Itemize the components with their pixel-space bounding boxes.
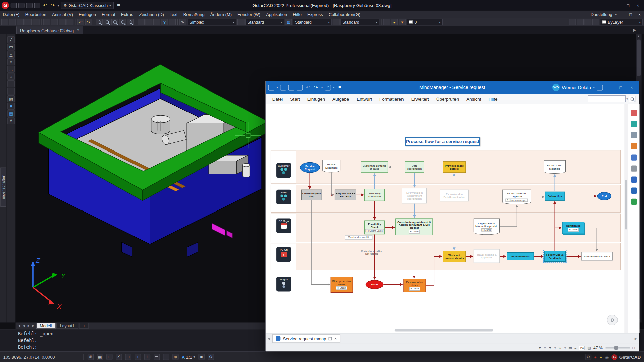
scrollbar-thumb[interactable] xyxy=(625,180,627,230)
flow-node-request-po[interactable]: Request via PS P.O. Box xyxy=(335,190,356,200)
menu-bemassung[interactable]: Bemaßung xyxy=(180,11,207,18)
annotation-scale-control[interactable]: A 1:1 ▾ xyxy=(182,354,195,359)
otrack-toggle-icon[interactable]: + xyxy=(135,354,141,360)
flow-node-service-document[interactable]: Service-Document xyxy=(322,160,340,172)
layer-combo[interactable]: 0 ▾ xyxy=(407,19,443,25)
zoom-window-icon[interactable] xyxy=(119,19,126,25)
flow-node-provides-details[interactable]: Provides more details xyxy=(443,161,466,173)
flow-node-travel[interactable]: Travel booking & Approvals xyxy=(474,249,500,263)
spline-tool-icon[interactable]: ~ xyxy=(7,80,15,87)
ellipse-tool-icon[interactable]: ◌ xyxy=(7,73,15,80)
multileader-style-combo[interactable]: Standard ▾ xyxy=(340,19,379,25)
new-icon[interactable] xyxy=(1,19,8,25)
color-combo[interactable]: ByLayer ▾ xyxy=(600,19,643,25)
chevron-down-icon[interactable]: ▾ xyxy=(276,85,278,89)
undo-icon[interactable]: ↶ xyxy=(305,85,311,90)
filter-icon[interactable]: ▼ xyxy=(538,346,542,350)
tab-scroll-right-icon[interactable]: ▶ xyxy=(633,28,636,32)
outline-view-icon[interactable]: ≡ xyxy=(574,346,576,350)
workspace-selector[interactable]: ⚙ GstarCAD Klassisch ▾ xyxy=(61,2,114,9)
last-layout-icon[interactable]: ▶ xyxy=(31,324,35,327)
rail-marker-icon[interactable] xyxy=(631,110,637,116)
menu-extras[interactable]: Extras xyxy=(118,11,136,18)
print-icon[interactable] xyxy=(34,3,40,8)
rail-links-icon[interactable] xyxy=(631,143,637,149)
zoom-slider-knob[interactable] xyxy=(614,346,618,350)
rail-excel-icon[interactable] xyxy=(631,199,637,205)
table-style-icon[interactable]: ▦ xyxy=(285,19,292,25)
flow-node-date-coordination[interactable]: Date coordination xyxy=(405,161,424,173)
help-icon[interactable]: ? xyxy=(325,85,331,90)
maximize-button[interactable]: □ xyxy=(616,83,625,92)
light-bulb-icon[interactable]: ● xyxy=(600,354,602,359)
dimension-style-combo[interactable]: Standard ▾ xyxy=(245,19,284,25)
close-tab-icon[interactable]: × xyxy=(77,28,79,32)
circle-tool-icon[interactable]: ○ xyxy=(7,58,15,65)
flow-node-coordinate-appointment[interactable]: Coordinate appointment & Assign consulta… xyxy=(395,218,433,235)
pan-icon[interactable] xyxy=(96,19,103,25)
layer-stack-icon[interactable] xyxy=(383,19,390,25)
rail-person-icon[interactable] xyxy=(631,132,637,138)
close-tab-icon[interactable]: × xyxy=(334,336,337,341)
save-icon[interactable] xyxy=(288,85,294,90)
flow-node-implementation[interactable]: Implementation xyxy=(507,252,534,260)
filter-remove-icon[interactable]: ▼ xyxy=(548,346,552,350)
workspace-switch-icon[interactable]: ⚙ xyxy=(208,354,214,360)
layer-tools-icon[interactable] xyxy=(569,19,576,25)
layer-states-icon[interactable] xyxy=(145,19,152,25)
open-icon[interactable] xyxy=(9,19,16,25)
tab-list-icon[interactable]: ≡ xyxy=(638,27,641,33)
chevron-down-icon[interactable]: ▾ xyxy=(544,346,546,350)
next-layout-icon[interactable]: ▶ xyxy=(26,324,30,327)
copy-icon[interactable] xyxy=(51,19,58,25)
search-icon[interactable] xyxy=(629,96,636,102)
flow-node-customize[interactable]: Customize contents or dates xyxy=(361,161,388,173)
flow-node-ev-appointment[interactable]: Ev involved in Appointment coordination xyxy=(402,188,427,204)
menu-datei[interactable]: Datei (F) xyxy=(0,11,22,18)
flow-node-documentation[interactable]: Documentation in SFDC xyxy=(581,252,613,261)
mindmanager-titlebar[interactable]: ▾ ↶ ↷ ▾ ? ▾ ≡ MindManager - Service requ… xyxy=(266,81,639,94)
layer-freeze-icon[interactable] xyxy=(584,19,591,25)
chevron-down-icon[interactable]: ▾ xyxy=(626,97,628,101)
menu-ansicht[interactable]: Ansicht (V) xyxy=(49,11,76,18)
zoom-level[interactable]: 47 % xyxy=(593,345,603,350)
plot-icon[interactable] xyxy=(24,19,32,25)
locate-icon[interactable]: ◉ xyxy=(605,354,609,359)
minimize-button[interactable]: ─ xyxy=(605,83,614,92)
zoom-slider[interactable] xyxy=(605,347,630,348)
osnap-toggle-icon[interactable]: □ xyxy=(125,354,131,360)
match-properties-icon[interactable] xyxy=(66,19,73,25)
rail-grid-icon[interactable] xyxy=(631,154,637,160)
help-icon[interactable]: ? xyxy=(161,19,168,25)
rail-numbers-icon[interactable] xyxy=(631,188,637,194)
document-tab[interactable]: Raspberry Gehäuse 03.dwg × xyxy=(16,27,83,34)
table-style-combo[interactable]: Standard ▾ xyxy=(293,19,332,25)
flow-node-service-request[interactable]: Service Request xyxy=(300,162,320,173)
flow-node-end[interactable]: End xyxy=(597,192,611,200)
redo-icon[interactable]: ↷ xyxy=(313,85,319,90)
arc-tool-icon[interactable]: ◡ xyxy=(7,66,15,73)
line-tool-icon[interactable]: ╱ xyxy=(7,36,15,43)
grid-toggle-icon[interactable]: ▦ xyxy=(97,354,103,360)
zoom-out-icon[interactable] xyxy=(111,19,118,25)
close-button[interactable]: × xyxy=(633,2,642,9)
flow-node-ev-detail[interactable]: Ev involved in Detailkoordination xyxy=(440,190,469,202)
quick-access-menu-icon[interactable]: ≡ xyxy=(337,85,343,90)
dyn-toggle-icon[interactable]: ⊥ xyxy=(144,354,150,360)
scrollbar-thumb[interactable] xyxy=(637,40,641,76)
add-layout-tab[interactable]: + xyxy=(79,323,89,329)
layout1-tab[interactable]: Layout1 xyxy=(56,323,78,329)
mm-menu-ansicht[interactable]: Ansicht xyxy=(463,95,484,102)
menu-format[interactable]: Format xyxy=(99,11,118,18)
new-document-icon[interactable] xyxy=(268,85,274,90)
mdi-close-button[interactable]: × xyxy=(635,11,644,18)
mm-menu-hilfe[interactable]: Hilfe xyxy=(485,95,501,102)
undo-icon[interactable]: ↶ xyxy=(77,19,84,25)
mm-menu-formatieren[interactable]: Formatieren xyxy=(376,95,407,102)
window-mode-icon[interactable] xyxy=(597,85,603,90)
frame-icon[interactable]: ▭ xyxy=(568,346,572,350)
select-icon[interactable]: ⊕ xyxy=(558,346,561,350)
open-file-icon[interactable] xyxy=(18,3,24,8)
mm-menu-einfuegen[interactable]: Einfügen xyxy=(304,95,328,102)
map-document-tab[interactable]: Service request.mmap × xyxy=(272,334,340,343)
